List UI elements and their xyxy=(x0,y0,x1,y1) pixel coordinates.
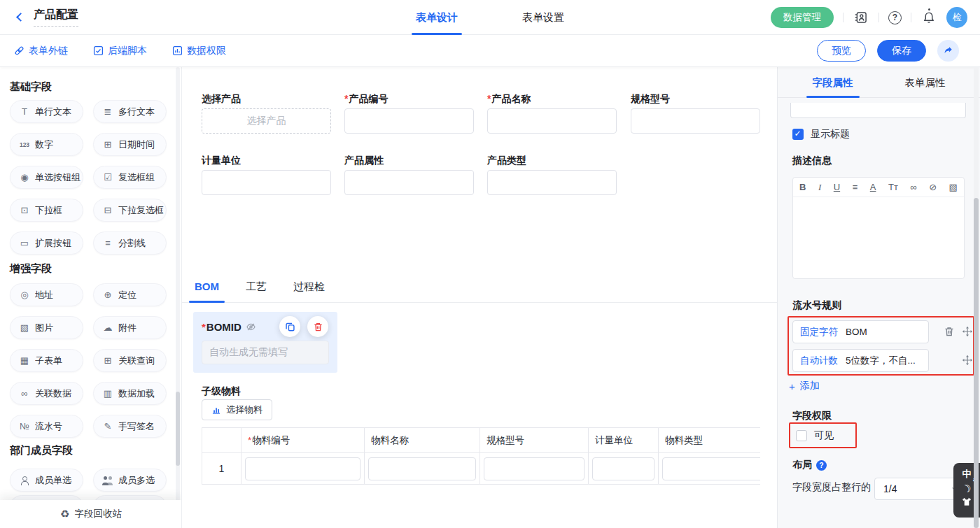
sidebar-scrollbar[interactable] xyxy=(176,67,180,528)
basic-fields-grid: T单行文本 ≣多行文本 123数字 ⊞日期时间 ◉单选按钮组 ☑复选框组 ⊡下拉… xyxy=(10,100,167,255)
sidebar-item-divider-line[interactable]: ≡分割线 xyxy=(93,231,167,255)
sidebar-item-data-load[interactable]: ▥数据加载 xyxy=(93,382,167,405)
material-code-cell-input[interactable] xyxy=(245,457,360,480)
show-title-checkbox[interactable] xyxy=(792,129,804,140)
field-label: 计量单位 xyxy=(202,155,331,167)
sidebar-item-extend-button[interactable]: ▭扩展按钮 xyxy=(10,231,83,255)
italic-icon[interactable]: I xyxy=(818,183,821,192)
help-icon[interactable] xyxy=(888,11,902,24)
sidebar-item-select[interactable]: ⊡下拉框 xyxy=(10,199,83,222)
insert-link-icon[interactable]: ∞ xyxy=(910,183,916,192)
product-code-input[interactable] xyxy=(344,108,474,134)
font-size-icon[interactable]: Tт xyxy=(888,183,898,192)
field-recycle-bin[interactable]: 字段回收站 xyxy=(0,500,182,528)
serial-rule-counter[interactable]: 自动计数 5位数字，不自... xyxy=(792,349,929,372)
material-type-cell-input[interactable] xyxy=(662,457,760,480)
backend-script-link[interactable]: 后端脚本 xyxy=(93,45,147,57)
eye-off-icon[interactable] xyxy=(246,322,256,332)
panel-scrollbar[interactable] xyxy=(974,67,979,528)
avatar[interactable]: 检 xyxy=(946,7,967,28)
save-button[interactable]: 保存 xyxy=(877,40,926,62)
remove-link-icon[interactable]: ⊘ xyxy=(929,183,937,192)
rule-move-handle[interactable] xyxy=(962,355,973,366)
product-attr-input[interactable] xyxy=(344,170,474,195)
sidebar-item-single-line-text[interactable]: T单行文本 xyxy=(10,100,83,123)
tab-process-check[interactable]: 过程检 xyxy=(288,280,330,302)
sidebar-item-signature[interactable]: ✎手写签名 xyxy=(93,415,167,438)
tab-form-design[interactable]: 表单设计 xyxy=(412,0,462,35)
underline-icon[interactable]: U xyxy=(834,183,840,192)
sidebar-item-relation-data[interactable]: ∞关联数据 xyxy=(10,382,83,405)
spec-model-input[interactable] xyxy=(631,108,760,134)
top-header: 产品配置 表单设计 表单设置 数据管理 检 xyxy=(0,0,980,35)
tab-field-properties[interactable]: 字段属性 xyxy=(806,67,860,98)
selected-field-bomid[interactable]: BOMID 自动生成无需填写 xyxy=(193,312,337,373)
sidebar-item-subform[interactable]: ▦子表单 xyxy=(10,349,83,372)
unit-input[interactable] xyxy=(202,170,331,195)
material-name-cell-input[interactable] xyxy=(368,457,476,480)
tab-process[interactable]: 工艺 xyxy=(240,280,272,302)
panel-scrollbar-thumb[interactable] xyxy=(974,198,979,528)
data-permission-link[interactable]: 数据权限 xyxy=(172,45,226,57)
product-name-input[interactable] xyxy=(487,108,617,134)
delete-field-button[interactable] xyxy=(307,316,328,337)
dark-mode-button[interactable]: ☽ xyxy=(960,482,973,495)
insert-image-icon[interactable]: ▧ xyxy=(949,183,958,192)
theme-skin-button[interactable] xyxy=(961,497,972,508)
description-editor[interactable]: B I U ≡ A Tт ∞ ⊘ ▧ xyxy=(792,177,965,279)
item-label: 附件 xyxy=(118,322,136,334)
select-product-input[interactable]: 选择产品 xyxy=(202,108,331,134)
sidebar-item-member-single[interactable]: 成员单选 xyxy=(10,469,83,492)
field-title-input-partial[interactable] xyxy=(790,103,966,118)
contacts-book-icon[interactable] xyxy=(853,9,869,26)
tab-bom[interactable]: BOM xyxy=(189,280,225,302)
rule-move-handle[interactable] xyxy=(962,326,973,337)
unit-cell-input[interactable] xyxy=(592,457,654,480)
field-spec-model: 规格型号 xyxy=(631,93,760,106)
serial-rule-fixed[interactable]: 固定字符 BOM xyxy=(792,320,929,343)
form-toolbar: 表单外链 后端脚本 数据权限 预览 保存 xyxy=(0,35,980,67)
share-button[interactable] xyxy=(937,40,959,62)
select-material-button[interactable]: 选择物料 xyxy=(202,399,272,420)
sidebar-item-image[interactable]: ▧图片 xyxy=(10,316,83,339)
subtable-title: 子级物料 xyxy=(202,385,241,398)
tab-form-properties[interactable]: 表单属性 xyxy=(899,67,952,98)
sidebar-item-multi-select[interactable]: ⊟下拉复选框 xyxy=(93,199,167,222)
sidebar-item-number[interactable]: 123数字 xyxy=(10,133,83,156)
sidebar-item-member-multi[interactable]: 成员多选 xyxy=(93,469,167,492)
sidebar-item-address[interactable]: ◎地址 xyxy=(10,283,83,306)
item-label: 图片 xyxy=(35,322,53,334)
bold-icon[interactable]: B xyxy=(799,183,806,192)
address-pin-icon: ◎ xyxy=(19,290,30,300)
sidebar-item-checkbox-group[interactable]: ☑复选框组 xyxy=(93,166,167,189)
tab-form-settings[interactable]: 表单设置 xyxy=(518,0,568,35)
sidebar-item-multi-line-text[interactable]: ≣多行文本 xyxy=(93,100,167,123)
section-title-basic: 基础字段 xyxy=(10,80,52,94)
description-textarea[interactable] xyxy=(793,197,964,278)
form-external-link[interactable]: 表单外链 xyxy=(14,45,68,57)
add-rule-button[interactable]: 添加 xyxy=(789,380,820,392)
field-width-select[interactable]: 1/4 xyxy=(874,478,966,500)
sidebar-item-relation-query[interactable]: ⊞关联查询 xyxy=(93,349,167,372)
preview-button[interactable]: 预览 xyxy=(817,40,866,62)
spec-model-cell-input[interactable] xyxy=(484,457,584,480)
product-type-input[interactable] xyxy=(487,170,617,195)
bell-icon[interactable] xyxy=(920,9,937,26)
bomid-input[interactable]: 自动生成无需填写 xyxy=(202,341,329,364)
copy-field-button[interactable] xyxy=(279,316,300,337)
sidebar-item-radio-group[interactable]: ◉单选按钮组 xyxy=(10,166,83,189)
back-chevron-icon xyxy=(16,13,25,22)
list-icon[interactable]: ≡ xyxy=(853,183,858,192)
layout-help-icon[interactable] xyxy=(816,460,827,471)
back-button[interactable] xyxy=(11,10,27,25)
sidebar-scrollbar-thumb[interactable] xyxy=(176,392,180,466)
sidebar-item-datetime[interactable]: ⊞日期时间 xyxy=(93,133,167,156)
data-manage-button[interactable]: 数据管理 xyxy=(771,7,834,28)
sidebar-item-serial-number[interactable]: №流水号 xyxy=(10,415,83,438)
font-color-icon[interactable]: A xyxy=(870,183,876,192)
sidebar-item-location[interactable]: ⊕定位 xyxy=(93,283,167,306)
rule-delete-button[interactable] xyxy=(944,326,955,337)
sidebar-item-attachment[interactable]: ☁附件 xyxy=(93,316,167,339)
visible-checkbox[interactable] xyxy=(796,430,807,441)
language-toggle-button[interactable]: 中⇄ xyxy=(961,468,972,480)
